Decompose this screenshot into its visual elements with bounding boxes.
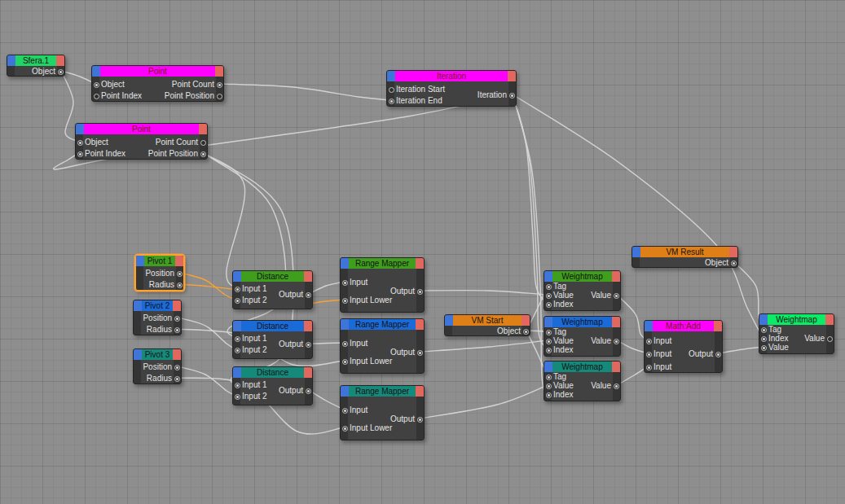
node-point-1[interactable]: PointObjectPoint IndexPoint CountPoint P… bbox=[91, 65, 224, 102]
node-vm-start[interactable]: VM StartObject bbox=[444, 314, 530, 336]
port-distance-2-input-1-input[interactable] bbox=[235, 336, 240, 342]
port-iteration-iteration-end-input[interactable] bbox=[389, 99, 394, 104]
port-weightmap-2-value-output[interactable] bbox=[614, 339, 619, 344]
port-weightmap-result-value-output[interactable] bbox=[827, 336, 833, 342]
node-distance-2[interactable]: DistanceInput 1Input 2Output bbox=[232, 320, 313, 359]
wire-pivot-3-position-to-distance-3-input-2[interactable] bbox=[178, 366, 236, 396]
port-range-mapper-1-input-input[interactable] bbox=[342, 280, 348, 286]
port-pivot-2-radius-output[interactable] bbox=[174, 327, 180, 333]
wire-range-mapper-2-output-to-weightmap-2-value[interactable] bbox=[420, 340, 548, 352]
port-label: Input Lower bbox=[350, 296, 392, 305]
node-pivot-1[interactable]: Pivot 1PositionRadius bbox=[135, 255, 184, 291]
port-point-2-point-count-output[interactable] bbox=[200, 140, 206, 146]
wire-distance-2-output-to-range-mapper-2-input[interactable] bbox=[309, 343, 344, 344]
port-pivot-3-radius-output[interactable] bbox=[174, 376, 180, 382]
port-label: Iteration Start bbox=[396, 85, 445, 94]
port-range-mapper-1-output-output[interactable] bbox=[417, 289, 423, 295]
port-range-mapper-2-output-output[interactable] bbox=[417, 350, 423, 356]
wire-math-add-output-to-weightmap-result-value[interactable] bbox=[719, 347, 763, 353]
port-weightmap-1-value-input[interactable] bbox=[546, 293, 552, 299]
node-pivot-2[interactable]: Pivot 2PositionRadius bbox=[133, 300, 182, 335]
node-pivot-3[interactable]: Pivot 3PositionRadius bbox=[133, 348, 182, 384]
port-weightmap-1-index-input[interactable] bbox=[546, 302, 552, 308]
port-iteration-iteration-start-input[interactable] bbox=[389, 87, 394, 93]
port-distance-3-input-1-input[interactable] bbox=[235, 383, 240, 388]
port-weightmap-1-value-output[interactable] bbox=[614, 293, 619, 299]
port-distance-3-input-2-input[interactable] bbox=[235, 394, 240, 400]
wire-distance-3-output-to-range-mapper-3-input[interactable] bbox=[309, 390, 344, 410]
port-distance-2-output-output[interactable] bbox=[306, 342, 311, 348]
port-distance-1-input-2-input[interactable] bbox=[235, 298, 240, 304]
node-math-add[interactable]: Math:AddInputInputInputOutput bbox=[644, 320, 723, 373]
port-label: Radius bbox=[147, 325, 172, 335]
port-math-add-input-input[interactable] bbox=[646, 365, 652, 370]
port-range-mapper-3-input-lower-input[interactable] bbox=[342, 426, 348, 432]
wire-iteration-iteration-to-weightmap-1-index[interactable] bbox=[513, 94, 548, 304]
port-range-mapper-3-input-input[interactable] bbox=[342, 408, 348, 414]
wire-pivot-2-position-to-distance-2-input-2[interactable] bbox=[178, 318, 236, 349]
node-iteration[interactable]: IterationIteration StartIteration EndIte… bbox=[386, 70, 517, 107]
node-weightmap-2[interactable]: WeightmapTagValueIndexValue bbox=[544, 316, 621, 357]
node-vm-result[interactable]: VM ResultObject bbox=[632, 246, 738, 268]
node-range-mapper-1[interactable]: Range MapperInputInput LowerOutput bbox=[340, 257, 425, 313]
port-point-1-point-count-output[interactable] bbox=[217, 82, 222, 88]
port-weightmap-2-tag-input[interactable] bbox=[546, 330, 552, 335]
node-editor-canvas[interactable]: Sfera.1ObjectPointObjectPoint IndexPoint… bbox=[0, 0, 845, 504]
port-pivot-1-position-output[interactable] bbox=[177, 271, 183, 277]
port-point-1-point-position-output[interactable] bbox=[217, 94, 222, 99]
port-vm-result-object-output[interactable] bbox=[731, 261, 737, 266]
port-weightmap-result-tag-input[interactable] bbox=[761, 327, 767, 333]
port-point-1-object-input[interactable] bbox=[94, 82, 99, 88]
port-weightmap-2-value-input[interactable] bbox=[546, 339, 552, 344]
port-point-2-object-input[interactable] bbox=[77, 140, 83, 146]
port-weightmap-result-value-input[interactable] bbox=[761, 345, 767, 351]
port-weightmap-3-value-input[interactable] bbox=[546, 383, 552, 389]
port-weightmap-3-index-input[interactable] bbox=[546, 392, 552, 398]
wire-iteration-iteration-to-weightmap-2-index[interactable] bbox=[513, 94, 548, 349]
node-sfera1[interactable]: Sfera.1Object bbox=[7, 55, 65, 77]
port-range-mapper-2-input-input[interactable] bbox=[342, 341, 348, 347]
node-distance-1[interactable]: DistanceInput 1Input 2Output bbox=[232, 270, 313, 309]
port-vm-start-object-output[interactable] bbox=[523, 329, 529, 335]
node-weightmap-1[interactable]: WeightmapTagValueIndexValue bbox=[544, 270, 621, 311]
port-point-2-point-index-input[interactable] bbox=[77, 151, 83, 157]
port-range-mapper-1-input-lower-input[interactable] bbox=[342, 298, 348, 304]
node-distance-3[interactable]: DistanceInput 1Input 2Output bbox=[232, 366, 313, 405]
port-weightmap-3-value-output[interactable] bbox=[614, 383, 619, 389]
node-titlebar: Distance bbox=[233, 271, 312, 282]
wire-point-2-point-position-to-distance-1-input-1[interactable] bbox=[204, 153, 245, 288]
node-range-mapper-2[interactable]: Range MapperInputInput LowerOutput bbox=[340, 318, 425, 374]
port-distance-1-input-1-input[interactable] bbox=[235, 287, 240, 292]
port-distance-3-output-output[interactable] bbox=[306, 388, 311, 394]
port-pivot-2-position-output[interactable] bbox=[174, 316, 180, 322]
port-weightmap-result-index-input[interactable] bbox=[761, 336, 767, 342]
port-point-2-point-position-output[interactable] bbox=[200, 151, 206, 157]
node-weightmap-3[interactable]: WeightmapTagValueIndexValue bbox=[544, 361, 621, 401]
node-title: Weightmap bbox=[552, 317, 612, 327]
port-weightmap-2-index-input[interactable] bbox=[546, 348, 552, 353]
port-range-mapper-3-output-output[interactable] bbox=[417, 417, 423, 423]
wire-range-mapper-1-output-to-weightmap-1-value[interactable] bbox=[420, 291, 548, 295]
port-math-add-output-output[interactable] bbox=[715, 352, 721, 357]
node-range-mapper-3[interactable]: Range MapperInputInput LowerOutput bbox=[340, 385, 425, 440]
port-math-add-input-input[interactable] bbox=[646, 352, 652, 357]
wire-iteration-iteration-to-weightmap-3-index[interactable] bbox=[513, 94, 548, 394]
port-weightmap-3-tag-input[interactable] bbox=[546, 375, 552, 380]
port-distance-1-output-output[interactable] bbox=[306, 292, 311, 298]
port-pivot-1-radius-output[interactable] bbox=[177, 283, 183, 288]
port-iteration-iteration-output[interactable] bbox=[509, 93, 515, 99]
port-pivot-3-position-output[interactable] bbox=[174, 365, 180, 370]
port-range-mapper-2-input-lower-input[interactable] bbox=[342, 359, 348, 365]
node-point-2[interactable]: PointObjectPoint IndexPoint CountPoint P… bbox=[75, 123, 208, 160]
port-sfera1-object-output[interactable] bbox=[58, 69, 64, 75]
wire-distance-1-output-to-range-mapper-1-input[interactable] bbox=[309, 282, 344, 294]
port-distance-2-input-2-input[interactable] bbox=[235, 348, 240, 353]
wire-range-mapper-3-output-to-weightmap-3-value[interactable] bbox=[420, 385, 548, 419]
port-math-add-input-input[interactable] bbox=[646, 339, 652, 344]
port-weightmap-1-tag-input[interactable] bbox=[546, 284, 552, 290]
wire-point-2-point-position-to-distance-2-input-1[interactable] bbox=[204, 153, 285, 338]
node-corner-tab-right-icon bbox=[173, 300, 181, 311]
node-weightmap-result[interactable]: WeightmapTagIndexValueValue bbox=[759, 313, 834, 354]
port-point-1-point-index-input[interactable] bbox=[94, 94, 99, 99]
wire-point-1-point-count-to-iteration-iteration-end[interactable] bbox=[220, 84, 390, 100]
